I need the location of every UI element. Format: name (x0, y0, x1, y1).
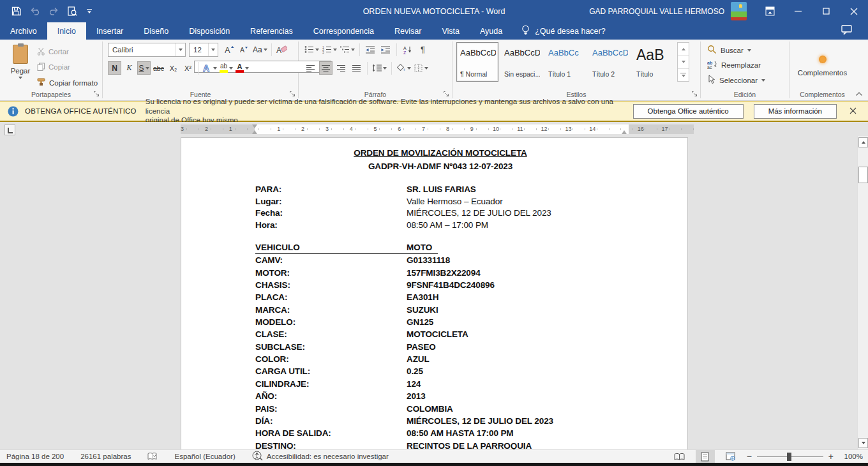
tab-insertar[interactable]: Insertar (86, 22, 133, 40)
right-indent-marker[interactable] (622, 130, 627, 134)
undo-icon[interactable] (30, 7, 41, 15)
style-titulo2[interactable]: AaBbCcDTítulo 2 (588, 42, 631, 82)
tab-archivo[interactable]: Archivo (0, 22, 47, 40)
strikethrough-button[interactable]: abc (152, 61, 165, 75)
multilevel-list-button[interactable] (340, 43, 355, 56)
get-genuine-office-button[interactable]: Obtenga Office auténtico (633, 104, 744, 119)
line-spacing-button[interactable] (371, 61, 387, 75)
tab-correspondencia[interactable]: Correspondencia (303, 22, 384, 40)
font-size-caret-icon[interactable] (208, 43, 218, 56)
scrollbar-thumb[interactable] (858, 167, 868, 183)
copy-button[interactable]: Copiar (37, 61, 98, 73)
page-indicator[interactable]: Página 18 de 200 (6, 453, 64, 460)
justify-button[interactable] (350, 61, 363, 75)
bullets-button[interactable] (304, 43, 320, 56)
clear-formatting-button[interactable]: A (275, 43, 288, 57)
highlight-button[interactable]: ab (219, 61, 234, 75)
close-button[interactable] (840, 0, 868, 22)
tab-vista[interactable]: Vista (431, 22, 470, 40)
clipboard-dialog-launcher-icon[interactable] (93, 91, 100, 98)
superscript-button[interactable]: X² (181, 61, 195, 75)
collapse-ribbon-icon[interactable] (855, 90, 863, 98)
account-avatar[interactable] (731, 2, 747, 20)
save-icon[interactable] (11, 6, 21, 16)
zoom-slider-thumb[interactable] (787, 453, 791, 461)
account-name[interactable]: GAD PARROQUIAL VALLE HERMOSO (589, 7, 724, 16)
font-name-caret-icon[interactable] (176, 43, 185, 56)
subscript-button[interactable]: X₂ (167, 61, 180, 75)
shading-button[interactable] (396, 61, 412, 75)
underline-button[interactable]: S (137, 61, 151, 75)
style-titulo[interactable]: AaBTítulo (632, 42, 675, 82)
bold-button[interactable]: N (108, 61, 121, 75)
print-preview-icon[interactable] (68, 6, 77, 17)
language-indicator[interactable]: Español (Ecuador) (174, 453, 235, 460)
grow-font-button[interactable]: A (223, 43, 236, 57)
text-effects-button[interactable]: A (202, 61, 218, 75)
cut-button[interactable]: Cortar (37, 46, 98, 57)
font-color-button[interactable]: A (235, 61, 250, 75)
font-name-combo[interactable]: Calibri (108, 43, 186, 57)
feedback-bubble-icon[interactable] (841, 25, 853, 38)
borders-button[interactable] (414, 61, 429, 75)
minimize-button[interactable] (784, 0, 812, 22)
align-right-button[interactable] (334, 61, 348, 75)
decrease-indent-button[interactable] (364, 43, 377, 56)
select-button[interactable]: Seleccionar (707, 75, 786, 86)
read-mode-button[interactable] (670, 450, 689, 463)
zoom-percentage[interactable]: 100% (840, 453, 863, 460)
customize-qat-icon[interactable] (86, 8, 93, 15)
paste-button[interactable]: Pegar (4, 42, 37, 89)
style-titulo1[interactable]: AaBbCcTítulo 1 (544, 42, 587, 82)
align-center-button[interactable] (319, 61, 333, 75)
tab-diseno[interactable]: Diseño (133, 22, 179, 40)
increase-indent-button[interactable] (379, 43, 393, 56)
accessibility-status[interactable]: Accesibilidad: es necesario investigar (252, 451, 389, 462)
tab-revisar[interactable]: Revisar (384, 22, 431, 40)
tell-me[interactable]: ¿Qué desea hacer? (513, 22, 606, 40)
zoom-out-button[interactable]: − (747, 451, 752, 462)
first-line-indent-marker[interactable] (252, 124, 257, 128)
scroll-down-icon[interactable] (858, 438, 868, 448)
replace-button[interactable]: abac Reemplazar (707, 60, 786, 70)
doc-vehicle-row: CILINDRAJE:124 (255, 378, 625, 390)
styles-scroll-down-icon[interactable] (678, 56, 689, 68)
shrink-font-button[interactable]: A (237, 43, 251, 57)
styles-expand-icon[interactable] (678, 69, 689, 81)
restore-button[interactable] (812, 0, 840, 22)
italic-button[interactable]: K (123, 61, 136, 75)
message-close-icon[interactable] (847, 107, 859, 116)
ribbon-display-options-icon[interactable] (756, 0, 784, 22)
style-normal[interactable]: AaBbCcDc¶ Normal (456, 42, 498, 82)
zoom-in-button[interactable]: + (828, 451, 834, 462)
style-sinespaci[interactable]: AaBbCcDcSin espaci... (500, 42, 542, 82)
styles-dialog-launcher-icon[interactable] (691, 91, 698, 98)
word-count[interactable]: 26161 palabras (80, 453, 131, 460)
sort-button[interactable]: AZ (401, 43, 414, 56)
scroll-up-icon[interactable] (858, 137, 868, 147)
tab-inicio[interactable]: Inicio (47, 22, 86, 40)
proofing-icon[interactable] (147, 452, 158, 461)
align-left-button[interactable] (304, 61, 317, 75)
format-painter-button[interactable]: Copiar formato (37, 77, 98, 89)
find-button[interactable]: Buscar (707, 45, 786, 56)
pilcrow-button[interactable]: ¶ (416, 43, 430, 56)
ruler[interactable]: 32112345678910111213141617 (181, 124, 694, 134)
addins-button[interactable]: Complementos (798, 54, 847, 77)
tab-disposicion[interactable]: Disposición (179, 22, 240, 40)
redo-icon[interactable] (50, 7, 59, 15)
print-layout-button[interactable] (696, 450, 715, 463)
hanging-indent-marker[interactable] (252, 130, 257, 134)
change-case-button[interactable]: Aa (252, 43, 268, 57)
web-layout-button[interactable] (721, 450, 740, 463)
more-info-button[interactable]: Más información (754, 104, 837, 119)
document-page[interactable]: ORDEN DE MOVILIZACIÓN MOTOCICLETA GADPR-… (181, 137, 688, 449)
tab-stop-selector[interactable] (4, 124, 15, 135)
numbering-button[interactable]: 123 (322, 43, 338, 56)
tab-referencias[interactable]: Referencias (240, 22, 303, 40)
styles-scroll-up-icon[interactable] (678, 43, 689, 56)
vertical-scrollbar[interactable] (857, 136, 868, 449)
tab-ayuda[interactable]: Ayuda (470, 22, 513, 40)
zoom-slider[interactable] (757, 450, 823, 463)
font-size-combo[interactable]: 12 (189, 43, 218, 57)
